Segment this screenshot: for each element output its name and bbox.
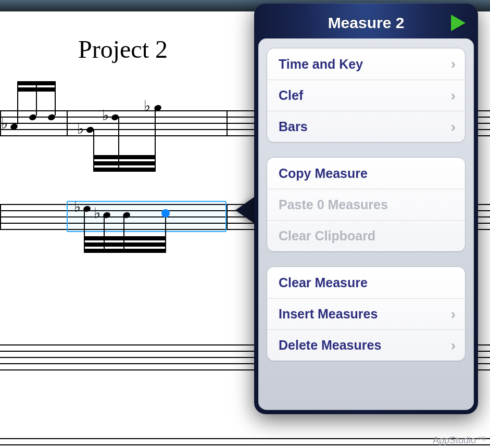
menu-item-label: Clear Measure [279,275,368,290]
note-stem [123,214,124,253]
flat-accidental-icon: ♭ [94,206,100,221]
menu-item-label: Clef [279,88,303,103]
beam [17,81,56,85]
measure-selection[interactable] [67,201,227,232]
chevron-right-icon: › [451,56,456,72]
flat-accidental-icon: ♭ [144,99,150,113]
popover-arrow-icon [235,196,256,225]
beam [84,242,166,247]
chevron-right-icon: › [451,337,456,354]
menu-item-clef[interactable]: Clef › [267,80,465,111]
measure-popover: Measure 2 Time and Key › Clef › Bars › C… [254,3,478,414]
menu-item-label: Clear Clipboard [279,228,375,244]
note-stem [104,214,105,253]
flat-accidental-icon: ♭ [102,108,109,123]
beam [93,161,156,165]
menu-group-settings: Time and Key › Clef › Bars › [267,48,466,143]
menu-item-label: Copy Measure [279,166,368,181]
staff-4[interactable] [0,438,490,448]
beam [84,249,166,253]
beam [84,236,166,240]
menu-group-clipboard: Copy Measure Paste 0 Measures Clear Clip… [267,157,466,252]
project-title: Project 2 [78,35,168,63]
popover-title: Measure 2 [328,14,405,32]
menu-item-delete-measures[interactable]: Delete Measures › [267,329,465,361]
menu-item-bars[interactable]: Bars › [267,111,465,142]
menu-item-copy-measure[interactable]: Copy Measure [267,158,465,189]
flat-accidental-icon: ♭ [74,200,81,214]
beam [93,168,156,172]
watermark: AppStudio.org [433,434,486,446]
menu-item-label: Delete Measures [279,338,381,353]
menu-item-label: Paste 0 Measures [279,197,388,212]
menu-item-label: Insert Measures [279,306,378,322]
chevron-right-icon: › [451,87,456,104]
play-icon[interactable] [451,15,466,31]
flat-accidental-icon: ♭ [77,122,84,136]
note-stem [165,214,166,253]
chevron-right-icon: › [451,119,456,135]
insertion-cursor[interactable] [161,209,170,217]
popover-panel: Time and Key › Clef › Bars › Copy Measur… [258,39,474,410]
menu-item-paste-measures: Paste 0 Measures [267,189,465,220]
menu-group-edit: Clear Measure Insert Measures › Delete M… [267,266,466,361]
popover-header: Measure 2 [258,7,474,39]
beam [17,87,56,92]
menu-item-clear-clipboard: Clear Clipboard [267,220,465,251]
menu-item-label: Bars [279,119,308,134]
flat-accidental-icon: ♭ [1,117,8,131]
menu-item-clear-measure[interactable]: Clear Measure [267,267,465,298]
menu-item-insert-measures[interactable]: Insert Measures › [267,298,465,329]
menu-item-label: Time and Key [279,57,363,72]
beam [93,155,156,159]
chevron-right-icon: › [451,306,456,323]
menu-item-time-and-key[interactable]: Time and Key › [267,48,465,80]
